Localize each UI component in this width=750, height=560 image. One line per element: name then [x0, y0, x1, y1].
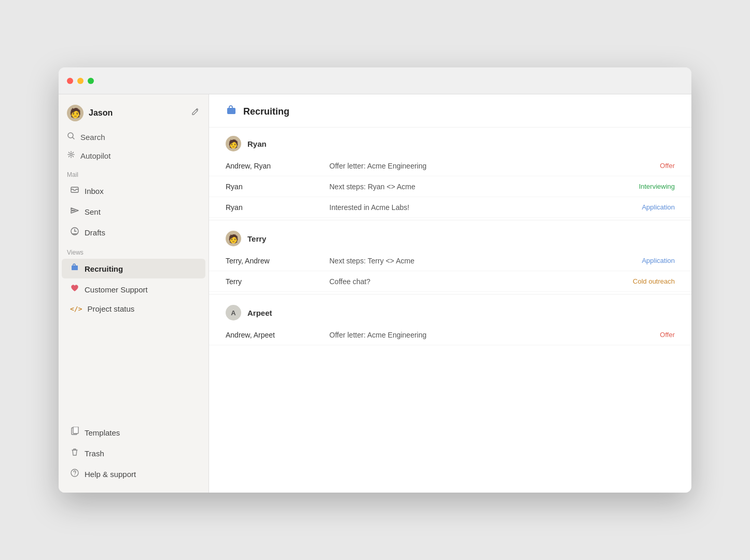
sidebar-item-customer-support[interactable]: Customer Support [62, 279, 205, 299]
ryan-header: 🧑 Ryan [209, 128, 691, 156]
autopilot-item[interactable]: Autopilot [59, 146, 209, 165]
main-content: 🧑 Jason Search [59, 94, 691, 493]
svg-point-12 [74, 474, 75, 475]
avatar: 🧑 [67, 105, 84, 121]
inbox-icon [70, 185, 79, 197]
help-label: Help & support [85, 470, 136, 479]
svg-rect-13 [227, 108, 235, 114]
sidebar-item-recruiting[interactable]: Recruiting [62, 259, 205, 278]
email-subject: Interested in Acme Labs! [329, 203, 633, 212]
drafts-label: Drafts [85, 228, 105, 237]
arpeet-header: A Arpeet [209, 297, 691, 325]
email-sender: Andrew, Arpeet [226, 331, 329, 339]
title-bar [59, 67, 691, 94]
help-icon [70, 468, 79, 480]
ryan-avatar: 🧑 [226, 136, 241, 151]
email-row[interactable]: Andrew, Arpeet Offer letter: Acme Engine… [209, 325, 691, 345]
trash-icon [70, 447, 79, 459]
sent-icon [70, 206, 79, 217]
templates-label: Templates [85, 428, 120, 437]
email-row[interactable]: Ryan Next steps: Ryan <> Acme Interviewi… [209, 176, 691, 197]
email-row[interactable]: Terry Coffee chat? Cold outreach [209, 271, 691, 292]
compose-icon[interactable] [191, 107, 200, 119]
search-icon [67, 132, 75, 142]
email-sender: Terry [226, 277, 329, 286]
email-badge: Offer [633, 161, 675, 171]
search-item[interactable]: Search [59, 128, 209, 146]
email-badge: Application [633, 256, 675, 265]
terry-name: Terry [247, 234, 266, 243]
svg-rect-2 [71, 187, 78, 192]
minimize-button[interactable] [77, 78, 84, 84]
arpeet-name: Arpeet [247, 309, 272, 317]
sidebar-item-project-status[interactable]: </> Project status [62, 300, 205, 317]
close-button[interactable] [67, 78, 73, 84]
email-row[interactable]: Andrew, Ryan Offer letter: Acme Engineer… [209, 156, 691, 176]
autopilot-label: Autopilot [80, 151, 110, 160]
drafts-icon [70, 227, 79, 238]
customer-support-label: Customer Support [85, 285, 148, 294]
arpeet-section: A Arpeet Andrew, Arpeet Offer letter: Ac… [209, 297, 691, 345]
autopilot-icon [67, 150, 75, 161]
mail-section-label: Mail [59, 165, 209, 180]
sidebar-item-sent[interactable]: Sent [62, 202, 205, 221]
recruiting-label: Recruiting [85, 264, 123, 273]
terry-section: 🧑 Terry Terry, Andrew Next steps: Terry … [209, 222, 691, 292]
profile-left: 🧑 Jason [67, 105, 113, 121]
sidebar-item-help[interactable]: Help & support [62, 464, 205, 484]
heart-icon [70, 284, 79, 295]
main-header-title: Recruiting [243, 106, 289, 117]
email-badge: Offer [633, 330, 675, 340]
email-sender: Andrew, Ryan [226, 162, 329, 170]
email-subject: Offer letter: Acme Engineering [329, 162, 633, 170]
ryan-name: Ryan [247, 139, 267, 148]
email-row[interactable]: Terry, Andrew Next steps: Terry <> Acme … [209, 250, 691, 271]
email-subject: Next steps: Terry <> Acme [329, 257, 633, 265]
arpeet-avatar: A [226, 305, 241, 320]
email-row[interactable]: Ryan Interested in Acme Labs! Applicatio… [209, 197, 691, 218]
svg-rect-10 [73, 427, 78, 433]
views-section-label: Views [59, 243, 209, 258]
app-window: 🧑 Jason Search [59, 67, 691, 493]
trash-label: Trash [85, 449, 104, 458]
inbox-label: Inbox [85, 187, 104, 195]
sidebar-item-inbox[interactable]: Inbox [62, 181, 205, 201]
main-header: Recruiting [209, 94, 691, 128]
email-sender: Ryan [226, 183, 329, 191]
sidebar-item-trash[interactable]: Trash [62, 443, 205, 463]
profile-name: Jason [89, 108, 113, 118]
recruiting-icon [70, 263, 79, 274]
svg-point-11 [71, 469, 78, 477]
search-label: Search [80, 133, 105, 142]
main-header-icon [226, 105, 237, 119]
email-subject: Next steps: Ryan <> Acme [329, 183, 633, 191]
email-sender: Ryan [226, 203, 329, 212]
sent-label: Sent [85, 207, 101, 216]
terry-avatar: 🧑 [226, 231, 241, 246]
sidebar-item-drafts[interactable]: Drafts [62, 222, 205, 242]
project-status-label: Project status [87, 304, 134, 313]
email-badge: Interviewing [633, 181, 675, 191]
main-panel: Recruiting 🧑 Ryan Andrew, Ryan Offer let… [209, 94, 691, 493]
email-badge: Application [633, 202, 675, 212]
terry-header: 🧑 Terry [209, 222, 691, 250]
email-subject: Offer letter: Acme Engineering [329, 331, 633, 339]
code-icon: </> [70, 305, 82, 313]
ryan-section: 🧑 Ryan Andrew, Ryan Offer letter: Acme E… [209, 128, 691, 218]
sidebar-item-templates[interactable]: Templates [62, 423, 205, 442]
maximize-button[interactable] [88, 78, 94, 84]
email-badge: Cold outreach [633, 276, 675, 286]
section-divider [209, 294, 691, 295]
email-sender: Terry, Andrew [226, 257, 329, 265]
sidebar: 🧑 Jason Search [59, 94, 209, 493]
email-subject: Coffee chat? [329, 277, 633, 286]
svg-rect-8 [72, 265, 78, 270]
svg-point-1 [70, 153, 72, 156]
profile-section: 🧑 Jason [59, 103, 209, 128]
templates-icon [70, 427, 79, 438]
section-divider [209, 220, 691, 220]
